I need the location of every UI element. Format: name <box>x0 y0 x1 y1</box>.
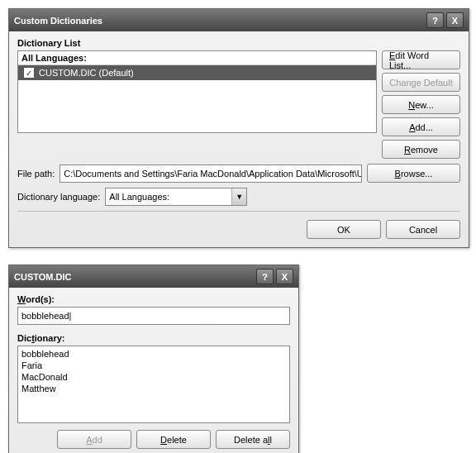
delete-button[interactable]: Delete <box>136 430 211 449</box>
change-default-button: Change Default <box>382 73 460 92</box>
add-button[interactable]: Add... <box>382 117 460 136</box>
list-item[interactable]: MacDonald <box>21 371 286 383</box>
dictionary-list[interactable]: All Languages: ✓ CUSTOM.DIC (Default) <box>17 50 377 133</box>
remove-button[interactable]: Remove <box>382 140 460 159</box>
text-caret: | <box>69 311 72 321</box>
new-button[interactable]: New... <box>382 95 460 114</box>
list-item-label: CUSTOM.DIC (Default) <box>39 68 134 78</box>
word-input[interactable]: bobblehead| <box>17 307 290 325</box>
dictionary-language-combo[interactable]: All Languages: ▼ <box>105 188 247 206</box>
chevron-down-icon[interactable]: ▼ <box>231 188 246 205</box>
delete-all-button[interactable]: Delete all <box>216 430 290 449</box>
words-label: Word(s): <box>17 294 290 304</box>
titlebar[interactable]: CUSTOM.DIC ? X <box>9 265 298 288</box>
help-icon[interactable]: ? <box>256 269 274 284</box>
list-item[interactable]: bobblehead <box>21 348 286 360</box>
titlebar[interactable]: Custom Dictionaries ? X <box>9 9 469 31</box>
ok-button[interactable]: OK <box>307 220 381 239</box>
help-icon[interactable]: ? <box>426 12 444 28</box>
file-path-field[interactable]: C:\Documents and Settings\Faria MacDonal… <box>60 165 362 183</box>
dialog-title: Custom Dictionaries <box>14 16 426 26</box>
dictionary-list-label: Dictionary List <box>17 38 460 48</box>
checkbox-icon[interactable]: ✓ <box>23 67 35 79</box>
dictionary-entries-list[interactable]: bobblehead Faria MacDonald Matthew <box>17 346 290 423</box>
list-header: All Languages: <box>18 51 376 65</box>
add-word-button: Add <box>57 430 131 449</box>
custom-dic-dialog: CUSTOM.DIC ? X Word(s): bobblehead| Dict… <box>8 265 299 453</box>
dictionary-language-label: Dictionary language: <box>17 192 100 202</box>
dictionary-label: Dictionary: <box>17 333 290 343</box>
list-item[interactable]: ✓ CUSTOM.DIC (Default) <box>18 65 376 80</box>
close-icon[interactable]: X <box>276 269 293 284</box>
list-item[interactable]: Matthew <box>21 383 286 394</box>
cancel-button[interactable]: Cancel <box>386 220 460 239</box>
close-icon[interactable]: X <box>446 12 464 28</box>
edit-word-list-button[interactable]: Edit Word List... <box>382 50 460 69</box>
combo-value: All Languages: <box>106 192 231 202</box>
file-path-label: File path: <box>17 169 55 179</box>
list-item[interactable]: Faria <box>21 360 286 371</box>
divider <box>17 211 460 212</box>
browse-button[interactable]: Browse... <box>367 164 460 183</box>
dialog-title: CUSTOM.DIC <box>14 272 256 282</box>
custom-dictionaries-dialog: Custom Dictionaries ? X Dictionary List … <box>8 8 469 248</box>
